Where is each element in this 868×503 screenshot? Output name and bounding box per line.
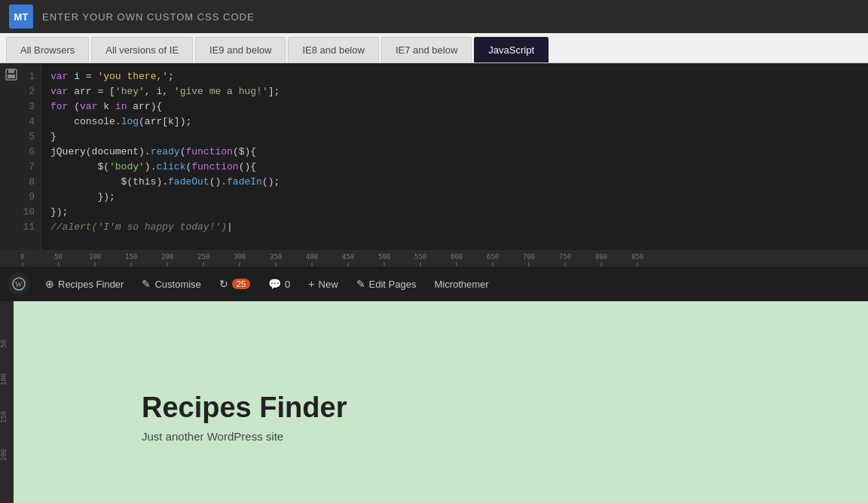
svg-text:0: 0 — [20, 253, 24, 261]
preview-area: Recipes Finder Just another WordPress si… — [14, 301, 868, 503]
recipes-label: Recipes Finder — [58, 279, 124, 290]
svg-text:200: 200 — [0, 449, 8, 461]
header-title: ENTER YOUR OWN CUSTOM CSS CODE — [42, 11, 255, 23]
svg-text:450: 450 — [342, 253, 354, 261]
svg-rect-1 — [8, 69, 14, 73]
svg-text:850: 850 — [631, 253, 643, 261]
customise-icon: ✎ — [142, 278, 151, 290]
tab-javascript[interactable]: JavaScript — [474, 37, 549, 62]
svg-text:50: 50 — [54, 253, 63, 261]
comments-icon: 💬 — [268, 278, 281, 290]
edit-pages-label: Edit Pages — [369, 279, 417, 290]
admin-bar-customise[interactable]: ✎ Customise — [134, 267, 208, 301]
tab-all-versions-ie[interactable]: All versions of IE — [91, 37, 193, 62]
tab-ie8[interactable]: IE8 and below — [288, 37, 378, 62]
admin-bar-new[interactable]: + New — [301, 267, 345, 301]
updates-badge: 25 — [232, 279, 250, 289]
tabs-bar: All Browsers All versions of IE IE9 and … — [0, 33, 868, 63]
new-icon: + — [308, 278, 314, 290]
editor-area: 1 2 3 4 5 6 7 8 9 10 11 var i = 'you the… — [0, 63, 868, 250]
line-numbers: 1 2 3 4 5 6 7 8 9 10 11 — [0, 63, 41, 250]
admin-bar-edit-pages[interactable]: ✎ Edit Pages — [349, 267, 424, 301]
admin-bar-updates[interactable]: ↻ 25 — [212, 267, 258, 301]
left-ruler: 50 100 150 200 — [0, 301, 14, 503]
svg-text:200: 200 — [161, 253, 173, 261]
top-header: MT ENTER YOUR OWN CUSTOM CSS CODE — [0, 0, 868, 33]
preview-content: Recipes Finder Just another WordPress si… — [14, 301, 868, 443]
ruler: 0 50 100 150 200 250 300 350 400 450 500… — [0, 250, 868, 267]
svg-text:150: 150 — [0, 411, 8, 423]
svg-text:750: 750 — [559, 253, 571, 261]
admin-bar-recipes[interactable]: ⊕ Recipes Finder — [38, 267, 131, 301]
svg-text:300: 300 — [234, 253, 246, 261]
tab-ie9[interactable]: IE9 and below — [195, 37, 286, 62]
svg-text:550: 550 — [414, 253, 426, 261]
svg-text:500: 500 — [378, 253, 390, 261]
svg-text:600: 600 — [451, 253, 463, 261]
svg-text:700: 700 — [523, 253, 535, 261]
customise-label: Customise — [154, 279, 200, 290]
svg-text:50: 50 — [0, 340, 8, 348]
svg-text:800: 800 — [595, 253, 607, 261]
svg-text:400: 400 — [306, 253, 318, 261]
code-editor[interactable]: var i = 'you there,'; var arr = ['hey', … — [41, 63, 868, 250]
svg-text:650: 650 — [487, 253, 499, 261]
edit-icon: ✎ — [356, 278, 365, 290]
tab-all-browsers[interactable]: All Browsers — [6, 37, 89, 62]
svg-text:250: 250 — [197, 253, 209, 261]
wp-logo[interactable]: W — [8, 273, 30, 295]
svg-rect-42 — [0, 301, 14, 503]
save-button[interactable] — [5, 68, 18, 85]
svg-text:150: 150 — [125, 253, 137, 261]
logo: MT — [9, 5, 33, 29]
svg-text:100: 100 — [0, 373, 8, 386]
microthemer-label: Microthemer — [434, 279, 488, 290]
admin-bar-comments[interactable]: 💬 0 — [261, 267, 298, 301]
wp-admin-bar: W ⊕ Recipes Finder ✎ Customise ↻ 25 💬 0 … — [0, 267, 868, 301]
recipes-icon: ⊕ — [45, 278, 54, 290]
admin-bar-microthemer[interactable]: Microthemer — [426, 267, 496, 301]
site-tagline: Just another WordPress site — [142, 430, 868, 443]
updates-icon: ↻ — [219, 278, 228, 290]
new-label: New — [319, 279, 338, 290]
svg-text:W: W — [15, 280, 23, 288]
tab-ie7[interactable]: IE7 and below — [381, 37, 472, 62]
comments-count: 0 — [285, 279, 290, 290]
svg-text:350: 350 — [270, 253, 282, 261]
svg-rect-2 — [8, 75, 15, 78]
svg-text:100: 100 — [89, 253, 101, 261]
site-title: Recipes Finder — [142, 392, 868, 424]
